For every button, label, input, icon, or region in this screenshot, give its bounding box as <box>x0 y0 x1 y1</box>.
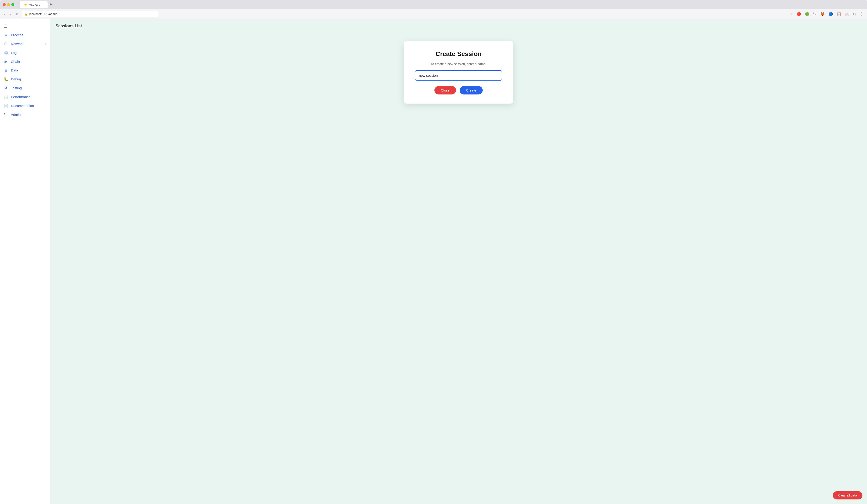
dialog-overlay: Create Session To create a new session, … <box>50 41 867 104</box>
main-body: Create Session To create a new session, … <box>50 32 867 504</box>
traffic-lights <box>3 3 14 6</box>
address-text: localhost:5173/admin <box>29 12 57 16</box>
reader-mode-icon[interactable]: 📖 <box>844 11 850 17</box>
browser-titlebar: ⚡ Vite App ✕ + <box>0 0 867 9</box>
testing-icon: ⚗ <box>4 86 8 90</box>
dialog-title: Create Session <box>415 50 502 57</box>
sidebar-item-admin-label: Admin <box>11 113 21 117</box>
active-tab[interactable]: ⚡ Vite App ✕ <box>20 1 47 8</box>
extension-icon-6[interactable]: 📋 <box>836 11 842 17</box>
browser-toolbar: ‹ › ↺ 🔒 localhost:5173/admin ☆ 🔴 🟢 🛡 🦊 🔵… <box>0 9 867 19</box>
tab-favicon-icon: ⚡ <box>23 3 27 7</box>
address-bar[interactable]: 🔒 localhost:5173/admin <box>22 11 159 17</box>
admin-icon: 🛡 <box>4 112 8 117</box>
tab-bar: ⚡ Vite App ✕ + <box>20 1 53 8</box>
sidebar-item-data-label: Data <box>11 68 18 72</box>
extension-icon-5[interactable]: 🔵 <box>828 11 834 17</box>
sidebar-item-network-label: Network <box>11 42 23 46</box>
clear-all-data-button[interactable]: Clear all data <box>833 491 863 500</box>
sidebar-item-debug-label: Debug <box>11 77 21 81</box>
dialog-description: To create a new session, enter a name. <box>415 62 502 66</box>
sidebar-item-logs-label: Logs <box>11 51 19 55</box>
app-container: ☰ ⚙ Process ⬡ Network › ▦ Logs ⛓ Chain ⊞… <box>0 19 867 504</box>
close-window-button[interactable] <box>3 3 6 6</box>
chain-icon: ⛓ <box>4 60 8 64</box>
performance-icon: 📊 <box>4 95 8 99</box>
network-icon: ⬡ <box>4 42 8 46</box>
session-name-input[interactable] <box>415 70 502 81</box>
forward-button[interactable]: › <box>8 11 12 17</box>
sidebar-item-debug[interactable]: 🐛 Debug <box>0 75 50 84</box>
sidebar-menu-button[interactable]: ☰ <box>0 22 50 31</box>
extension-icon-1[interactable]: 🔴 <box>796 11 802 17</box>
logs-icon: ▦ <box>4 51 8 55</box>
sidebar-item-chain-label: Chain <box>11 60 20 64</box>
bookmark-icon[interactable]: ☆ <box>789 11 794 17</box>
minimize-window-button[interactable] <box>7 3 10 6</box>
page-title: Sessions List <box>50 19 867 32</box>
sidebar-item-testing[interactable]: ⚗ Testing <box>0 84 50 93</box>
sidebar-item-testing-label: Testing <box>11 86 22 90</box>
browser-window: ⚡ Vite App ✕ + ‹ › ↺ 🔒 localhost:5173/ad… <box>0 0 867 504</box>
chevron-right-icon: › <box>45 42 46 45</box>
sidebar: ☰ ⚙ Process ⬡ Network › ▦ Logs ⛓ Chain ⊞… <box>0 19 50 504</box>
sidebar-item-data[interactable]: ⊞ Data <box>0 66 50 75</box>
extension-icon-4[interactable]: 🦊 <box>820 11 826 17</box>
clear-all-data-container: Clear all data <box>833 491 863 500</box>
sidebar-item-process[interactable]: ⚙ Process <box>0 31 50 39</box>
sidebar-toggle-icon[interactable]: ⊡ <box>852 11 857 17</box>
sidebar-item-network[interactable]: ⬡ Network › <box>0 39 50 48</box>
tab-close-button[interactable]: ✕ <box>42 3 44 6</box>
sidebar-item-documentation-label: Documentation <box>11 104 34 108</box>
sidebar-item-documentation[interactable]: 📄 Documentation <box>0 101 50 110</box>
sidebar-item-logs[interactable]: ▦ Logs <box>0 48 50 57</box>
dialog-actions: Close Create <box>415 86 502 95</box>
main-content: Sessions List Create Session To create a… <box>50 19 867 504</box>
data-icon: ⊞ <box>4 68 8 72</box>
process-icon: ⚙ <box>4 33 8 37</box>
sidebar-item-process-label: Process <box>11 33 23 37</box>
extension-icon-3[interactable]: 🛡 <box>812 11 817 17</box>
debug-icon: 🐛 <box>4 77 8 81</box>
documentation-icon: 📄 <box>4 104 8 108</box>
sidebar-item-performance-label: Performance <box>11 95 31 99</box>
toolbar-icons: ☆ 🔴 🟢 🛡 🦊 🔵 📋 📖 ⊡ ⋮ <box>789 11 864 17</box>
close-dialog-button[interactable]: Close <box>435 86 456 95</box>
menu-icon[interactable]: ⋮ <box>859 11 864 17</box>
new-tab-button[interactable]: + <box>49 1 53 8</box>
sidebar-item-chain[interactable]: ⛓ Chain <box>0 57 50 66</box>
extension-icon-2[interactable]: 🟢 <box>804 11 810 17</box>
lock-icon: 🔒 <box>24 12 28 16</box>
reload-button[interactable]: ↺ <box>14 11 20 17</box>
maximize-window-button[interactable] <box>11 3 14 6</box>
tab-title: Vite App <box>29 3 40 7</box>
sidebar-item-performance[interactable]: 📊 Performance <box>0 93 50 101</box>
back-button[interactable]: ‹ <box>3 11 7 17</box>
create-session-button[interactable]: Create <box>460 86 483 95</box>
sidebar-item-admin[interactable]: 🛡 Admin <box>0 110 50 119</box>
create-session-dialog: Create Session To create a new session, … <box>404 41 513 104</box>
